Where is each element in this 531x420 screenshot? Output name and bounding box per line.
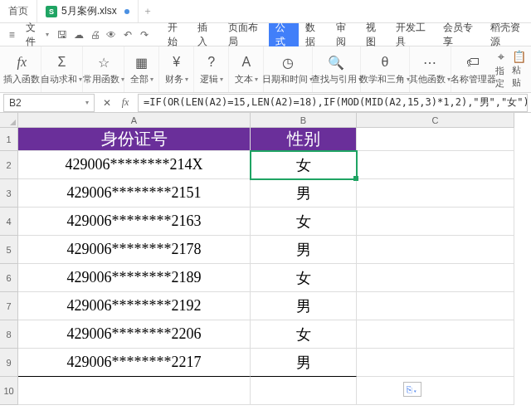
unsaved-dot-icon <box>124 9 129 14</box>
name-manager-button[interactable]: 🏷 名称管理器 <box>451 46 495 92</box>
undo-icon[interactable]: ↶ <box>123 29 134 41</box>
tab-home[interactable]: 首页 <box>0 0 37 22</box>
redo-icon[interactable]: ↷ <box>139 29 149 41</box>
row-header-5[interactable]: 5 <box>0 236 18 264</box>
tab-layout[interactable]: 页面布局 <box>222 23 269 46</box>
name-box[interactable]: B2▾ <box>3 94 95 112</box>
math-fn-button[interactable]: θ 数学和三角▾ <box>361 46 409 92</box>
savecloud-icon[interactable]: ☁ <box>74 29 85 41</box>
preview-icon[interactable]: 👁 <box>106 29 117 41</box>
cell-b3[interactable]: 男 <box>251 179 357 208</box>
cell-c2[interactable] <box>357 151 514 179</box>
tab-data[interactable]: 数据 <box>299 23 329 46</box>
cell-c7[interactable] <box>357 292 514 320</box>
cell-a7[interactable]: 429006********2192 <box>18 292 251 320</box>
ribbon: fx 插入函数 Σ 自动求和▾ ☆ 常用函数▾ ▦ 全部▾ ¥ 财务▾ ? 逻辑… <box>0 46 531 93</box>
row-header-9[interactable]: 9 <box>0 349 18 377</box>
cell-a2[interactable]: 429006********214X <box>18 151 251 179</box>
anchor-button[interactable]: ⌖ 指定 <box>495 50 507 90</box>
cell-c6[interactable] <box>357 264 514 292</box>
cell-a1[interactable]: 身份证号 <box>18 128 251 151</box>
row-header-1[interactable]: 1 <box>0 128 18 151</box>
cell-a9[interactable]: 429006********2217 <box>18 349 251 377</box>
cell-c3[interactable] <box>357 179 514 208</box>
tab-insert[interactable]: 插入 <box>191 23 221 46</box>
cell-c10[interactable] <box>357 377 514 405</box>
recent-fn-button[interactable]: ☆ 常用函数▾ <box>83 46 124 92</box>
col-header-a[interactable]: A <box>18 113 251 128</box>
file-menu[interactable]: 文件▾ <box>23 21 51 49</box>
paste-button[interactable]: 📋 粘贴 <box>512 50 526 89</box>
cell-a10[interactable] <box>18 377 251 405</box>
cell-a6[interactable]: 429006********2189 <box>18 264 251 292</box>
cell-b2[interactable]: 女 <box>251 151 357 179</box>
menu-icon[interactable]: ≡ <box>7 29 17 41</box>
cell-c5[interactable] <box>357 236 514 264</box>
cancel-formula-button[interactable]: ✕ <box>98 97 116 109</box>
col-header-c[interactable]: C <box>357 113 514 128</box>
theta-icon: θ <box>381 53 388 71</box>
tab-file[interactable]: S 5月案例.xlsx <box>37 0 139 22</box>
tab-view[interactable]: 视图 <box>359 23 389 46</box>
tab-file-label: 5月案例.xlsx <box>61 4 117 18</box>
cell-c8[interactable] <box>357 320 514 349</box>
xls-icon: S <box>46 6 57 17</box>
cell-c9[interactable] <box>357 349 514 377</box>
financial-fn-button[interactable]: ¥ 财务▾ <box>159 46 194 92</box>
row-header-6[interactable]: 6 <box>0 264 18 292</box>
cell-b4[interactable]: 女 <box>251 208 357 236</box>
tab-start[interactable]: 开始 <box>161 23 191 46</box>
clock-icon: ◷ <box>282 53 294 71</box>
ribbon-tabs: 开始 插入 页面布局 公式 数据 审阅 视图 开发工具 会员专享 稻壳资源 <box>161 23 531 46</box>
formula-input[interactable]: =IF(OR(LEN(A2)=15,LEN(A2)=18),IF(MOD(MID… <box>138 94 528 112</box>
cell-a8[interactable]: 429006********2206 <box>18 320 251 349</box>
tab-review[interactable]: 审阅 <box>329 23 359 46</box>
text-fn-button[interactable]: A 文本▾ <box>229 46 264 92</box>
more-fn-button[interactable]: ⋯ 其他函数▾ <box>410 46 451 92</box>
print-icon[interactable]: 🖨 <box>90 29 100 41</box>
cell-b1[interactable]: 性别 <box>251 128 357 151</box>
cell-a3[interactable]: 429006********2151 <box>18 179 251 208</box>
row-header-4[interactable]: 4 <box>0 208 18 236</box>
cell-b10[interactable] <box>251 377 357 405</box>
tab-resource[interactable]: 稻壳资源 <box>484 23 531 46</box>
anchor-icon: ⌖ <box>498 50 504 64</box>
lookup-fn-button[interactable]: 🔍 查找与引用▾ <box>313 46 361 92</box>
logical-fn-button[interactable]: ? 逻辑▾ <box>194 46 229 92</box>
row-header-3[interactable]: 3 <box>0 179 18 208</box>
cell-c1[interactable] <box>357 128 514 151</box>
row-header-7[interactable]: 7 <box>0 292 18 320</box>
insert-function-button[interactable]: fx 插入函数 <box>3 46 41 92</box>
save-icon[interactable]: 🖫 <box>57 29 68 41</box>
datetime-fn-button[interactable]: ◷ 日期和时间▾ <box>264 46 312 92</box>
tab-formula[interactable]: 公式 <box>269 23 299 46</box>
autosum-button[interactable]: Σ 自动求和▾ <box>41 46 83 92</box>
fx-button[interactable]: fx <box>116 96 134 109</box>
grid-icon: ▦ <box>135 53 148 71</box>
menubar: ≡ 文件▾ 🖫 ☁ 🖨 👁 ↶ ↷ 开始 插入 页面布局 公式 数据 审阅 视图… <box>0 23 531 46</box>
row-header-2[interactable]: 2 <box>0 151 18 179</box>
col-header-b[interactable]: B <box>251 113 357 128</box>
cell-c4[interactable] <box>357 208 514 236</box>
tab-member[interactable]: 会员专享 <box>436 23 484 46</box>
cell-b7[interactable]: 男 <box>251 292 357 320</box>
star-icon: ☆ <box>98 53 110 71</box>
dots-icon: ⋯ <box>423 53 436 71</box>
smart-tag-icon[interactable]: ⎘▾ <box>403 382 421 397</box>
row-header-8[interactable]: 8 <box>0 320 18 349</box>
cell-b6[interactable]: 女 <box>251 264 357 292</box>
formula-bar: B2▾ ✕ fx =IF(OR(LEN(A2)=15,LEN(A2)=18),I… <box>0 93 531 113</box>
cell-b5[interactable]: 男 <box>251 236 357 264</box>
text-icon: A <box>241 53 251 71</box>
tab-add-button[interactable]: ＋ <box>139 4 157 18</box>
row-header-10[interactable]: 10 <box>0 377 18 405</box>
money-icon: ¥ <box>173 53 180 71</box>
cell-a5[interactable]: 429006********2178 <box>18 236 251 264</box>
select-all-corner[interactable] <box>0 113 18 128</box>
tab-devtools[interactable]: 开发工具 <box>389 23 436 46</box>
all-fn-button[interactable]: ▦ 全部▾ <box>124 46 159 92</box>
cell-b8[interactable]: 女 <box>251 320 357 349</box>
tag-icon: 🏷 <box>466 53 480 71</box>
cell-a4[interactable]: 429006********2163 <box>18 208 251 236</box>
cell-b9[interactable]: 男 <box>251 349 357 377</box>
